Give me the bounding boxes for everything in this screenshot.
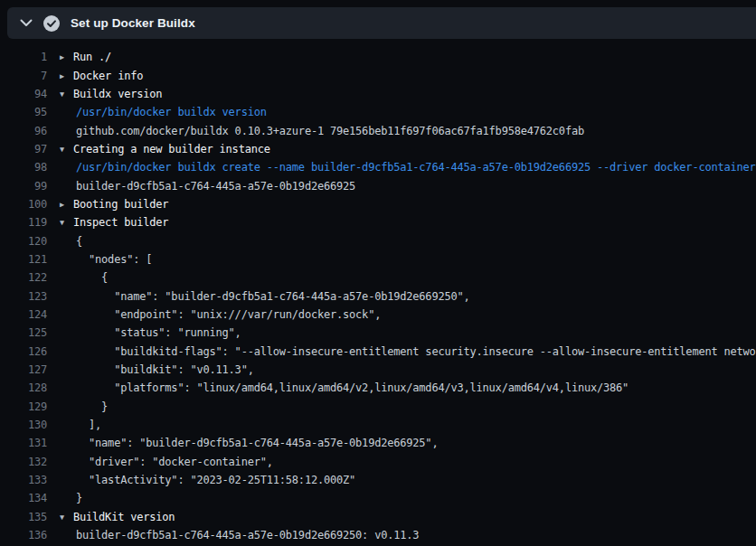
line-number[interactable]: 7	[0, 70, 47, 82]
log-output-text: "endpoint": "unix:///var/run/docker.sock…	[76, 308, 381, 321]
log-output-text: "status": "running",	[76, 326, 241, 339]
log-group-label: Docker info	[73, 70, 143, 82]
line-number[interactable]: 129	[0, 400, 47, 413]
log-line: 132 "driver": "docker-container",	[0, 453, 756, 471]
line-number[interactable]: 131	[0, 437, 47, 449]
log-group-label: Creating a new builder instance	[73, 143, 270, 155]
line-number[interactable]: 135	[0, 511, 47, 523]
triangle-down-icon[interactable]: ▼	[60, 145, 73, 154]
log-output-text: {	[76, 271, 108, 284]
log-group-title[interactable]: ▶Run ./	[60, 51, 111, 63]
log-line: 100▶Booting builder	[0, 195, 756, 213]
log-group-title[interactable]: ▶Docker info	[60, 70, 143, 82]
log-group-label: Buildx version	[73, 88, 162, 100]
log-output-text: {	[76, 235, 82, 248]
log-command-text: /usr/bin/docker buildx create --name bui…	[76, 161, 756, 174]
log-group-label: Run ./	[73, 51, 111, 63]
log-line: 129 }	[0, 398, 756, 416]
log-output-text: builder-d9cfb5a1-c764-445a-a57e-0b19d2e6…	[76, 529, 419, 541]
line-number[interactable]: 100	[0, 198, 47, 211]
line-number[interactable]: 99	[0, 180, 47, 193]
log-command-text: /usr/bin/docker buildx version	[76, 106, 267, 118]
log-output-text: "name": "builder-d9cfb5a1-c764-445a-a57e…	[76, 437, 438, 449]
log-group-title[interactable]: ▼BuildKit version	[60, 511, 175, 523]
line-number[interactable]: 121	[0, 253, 47, 266]
chevron-down-icon[interactable]	[14, 16, 38, 31]
log-line: 126 "buildkitd-flags": "--allow-insecure…	[0, 343, 756, 361]
triangle-right-icon[interactable]: ▶	[60, 71, 73, 80]
line-number[interactable]: 133	[0, 474, 47, 486]
log-group-title[interactable]: ▼Inspect builder	[60, 216, 168, 229]
triangle-down-icon[interactable]: ▼	[60, 218, 73, 227]
line-number[interactable]: 122	[0, 271, 47, 284]
log-line: 123 "name": "builder-d9cfb5a1-c764-445a-…	[0, 287, 756, 305]
line-number[interactable]: 125	[0, 326, 47, 339]
log-line: 96github.com/docker/buildx 0.10.3+azure-…	[0, 121, 756, 139]
log-line: 131 "name": "builder-d9cfb5a1-c764-445a-…	[0, 434, 756, 452]
log-group-label: Booting builder	[73, 198, 168, 211]
log-output-text: github.com/docker/buildx 0.10.3+azure-1 …	[76, 125, 584, 137]
log-line: 7▶Docker info	[0, 66, 756, 84]
log-group-label: Inspect builder	[73, 216, 168, 229]
log-line: 134}	[0, 489, 756, 507]
log-output-text: }	[76, 400, 108, 413]
line-number[interactable]: 136	[0, 529, 47, 541]
line-number[interactable]: 128	[0, 381, 47, 394]
log-line: 94▼Buildx version	[0, 85, 756, 103]
log-group-title[interactable]: ▼Buildx version	[60, 88, 162, 100]
log-group-label: BuildKit version	[73, 511, 175, 523]
line-number[interactable]: 123	[0, 290, 47, 303]
line-number[interactable]: 119	[0, 216, 47, 229]
log-line: 125 "status": "running",	[0, 324, 756, 342]
step-title: Set up Docker Buildx	[71, 16, 195, 30]
log-line: 136builder-d9cfb5a1-c764-445a-a57e-0b19d…	[0, 526, 756, 544]
log-line: 128 "platforms": "linux/amd64,linux/amd6…	[0, 379, 756, 397]
log-output-text: builder-d9cfb5a1-c764-445a-a57e-0b19d2e6…	[76, 180, 355, 193]
log-line: 135▼BuildKit version	[0, 508, 756, 526]
log-lines: 1▶Run ./7▶Docker info94▼Buildx version95…	[0, 48, 756, 544]
log-output-text: "name": "builder-d9cfb5a1-c764-445a-a57e…	[76, 290, 470, 303]
log-output-text: "driver": "docker-container",	[76, 456, 273, 468]
log-output-text: }	[76, 492, 82, 504]
log-group-title[interactable]: ▶Booting builder	[60, 198, 168, 211]
log-line: 122 {	[0, 268, 756, 287]
log-output-text: "buildkitd-flags": "--allow-insecure-ent…	[76, 345, 756, 358]
log-line: 99builder-d9cfb5a1-c764-445a-a57e-0b19d2…	[0, 176, 756, 194]
line-number[interactable]: 97	[0, 143, 47, 155]
line-number[interactable]: 95	[0, 106, 47, 118]
check-circle-icon	[43, 15, 60, 32]
log-line: 127 "buildkit": "v0.11.3",	[0, 361, 756, 379]
line-number[interactable]: 1	[0, 51, 47, 63]
line-number[interactable]: 96	[0, 125, 47, 137]
log-line: 120{	[0, 231, 756, 249]
log-line: 97▼Creating a new builder instance	[0, 140, 756, 158]
log-output-text: ],	[76, 419, 101, 431]
log-group-title[interactable]: ▼Creating a new builder instance	[60, 143, 270, 155]
log-line: 133 "lastActivity": "2023-02-25T11:58:12…	[0, 471, 756, 489]
line-number[interactable]: 98	[0, 161, 47, 174]
log-output-text: "nodes": [	[76, 253, 152, 266]
log-line: 95/usr/bin/docker buildx version	[0, 103, 756, 121]
log-line: 121 "nodes": [	[0, 250, 756, 268]
triangle-right-icon[interactable]: ▶	[60, 200, 73, 209]
line-number[interactable]: 120	[0, 235, 47, 248]
line-number[interactable]: 132	[0, 456, 47, 468]
log-output-text: "lastActivity": "2023-02-25T11:58:12.000…	[76, 474, 355, 486]
line-number[interactable]: 94	[0, 88, 47, 100]
line-number[interactable]: 127	[0, 363, 47, 376]
triangle-right-icon[interactable]: ▶	[60, 52, 73, 61]
log-output-text: "buildkit": "v0.11.3",	[76, 363, 254, 376]
log-line: 130 ],	[0, 416, 756, 434]
line-number[interactable]: 126	[0, 345, 47, 358]
line-number[interactable]: 134	[0, 492, 47, 504]
triangle-down-icon[interactable]: ▼	[60, 513, 73, 522]
log-line: 1▶Run ./	[0, 48, 756, 66]
line-number[interactable]: 124	[0, 308, 47, 321]
triangle-down-icon[interactable]: ▼	[60, 89, 73, 99]
step-header[interactable]: Set up Docker Buildx	[7, 7, 756, 39]
log-line: 124 "endpoint": "unix:///var/run/docker.…	[0, 306, 756, 324]
line-number[interactable]: 130	[0, 419, 47, 431]
log-line: 119▼Inspect builder	[0, 213, 756, 231]
log-output-text: "platforms": "linux/amd64,linux/amd64/v2…	[76, 381, 628, 394]
log-line: 98/usr/bin/docker buildx create --name b…	[0, 158, 756, 176]
